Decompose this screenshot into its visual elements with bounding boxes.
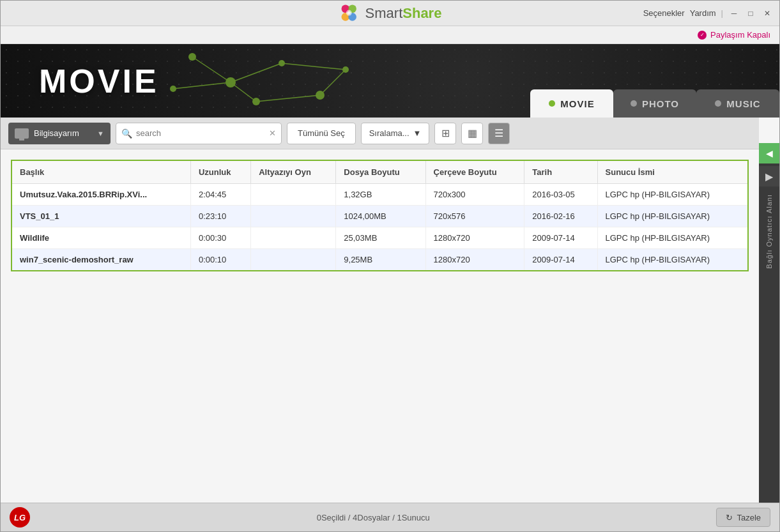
table-cell-uzunluk: 0:23:10	[190, 206, 250, 227]
table-cell-uzunluk: 0:00:30	[190, 227, 250, 249]
sort-arrow-icon: ▼	[413, 128, 422, 138]
svg-line-17	[256, 95, 320, 102]
table-cell-tarih: 2016-03-05	[524, 184, 597, 206]
col-subtitle[interactable]: Altyazıyı Oyn	[251, 160, 336, 184]
app-title: SmartShare	[365, 5, 442, 22]
tab-movie-dot	[549, 100, 555, 107]
app-window: SmartShare Seçenekler Yardım | ─ □ ✕ Pay…	[0, 0, 780, 532]
table-cell-ba-l-k: Wildlife	[11, 227, 190, 249]
play-button[interactable]: ▶	[759, 166, 779, 186]
sharing-dot-icon	[698, 31, 707, 40]
table-cell-tarih: 2016-02-16	[524, 206, 597, 227]
table-cell-altyaz-y--oyn	[251, 184, 336, 206]
col-title[interactable]: Başlık	[11, 160, 190, 184]
view-grid-button[interactable]: ⊞	[434, 123, 456, 144]
header-banner: MOVIE MOVIE PHOTO MUSIC	[1, 44, 779, 118]
table-cell-tarih: 2009-07-14	[524, 249, 597, 271]
tab-movie-label: MOVIE	[560, 98, 594, 109]
table-cell-tarih: 2009-07-14	[524, 227, 597, 249]
minimize-button[interactable]: ─	[728, 8, 740, 19]
tab-music-dot	[715, 100, 721, 107]
tab-bar: MOVIE PHOTO MUSIC	[530, 89, 779, 118]
content-area: Başlık Uzunluk Altyazıyı Oyn Dosya Boyut…	[1, 149, 759, 503]
col-resolution[interactable]: Çerçeve Boyutu	[425, 160, 524, 184]
table-cell-dosya-boyutu: 1024,00MB	[336, 206, 425, 227]
menu-help[interactable]: Yardım	[690, 8, 716, 18]
menu-options[interactable]: Seçenekler	[643, 8, 685, 18]
table-cell--er-eve-boyutu: 1280x720	[425, 249, 524, 271]
list-icon: ☰	[494, 127, 503, 139]
lg-logo-icon: LG	[10, 507, 30, 528]
refresh-label: Tazele	[737, 513, 761, 522]
content-wrapper: Bilgisayarım ▼ 🔍 ✕ Tümünü Seç Sıralama..…	[1, 118, 779, 503]
status-bar: LG 0Seçildi / 4Dosyalar / 1Sunucu ↻ Taze…	[1, 503, 779, 531]
table-cell-altyaz-y--oyn	[251, 249, 336, 271]
svg-line-18	[320, 70, 346, 95]
table-cell--er-eve-boyutu: 720x576	[425, 206, 524, 227]
view-list-button[interactable]: ☰	[488, 123, 510, 144]
svg-line-13	[192, 57, 231, 82]
table-row[interactable]: VTS_01_10:23:101024,00MB720x5762016-02-1…	[11, 206, 748, 227]
table-cell-altyaz-y--oyn	[251, 206, 336, 227]
table-row[interactable]: Wildlife0:00:3025,03MB1280x7202009-07-14…	[11, 227, 748, 249]
dropdown-arrow-icon: ▼	[97, 130, 104, 137]
search-input[interactable]	[136, 128, 265, 138]
table-cell--er-eve-boyutu: 1280x720	[425, 227, 524, 249]
col-duration[interactable]: Uzunluk	[190, 160, 250, 184]
table-cell-dosya-boyutu: 9,25MB	[336, 249, 425, 271]
logo-icon	[339, 2, 362, 25]
banner-row: MOVIE MOVIE PHOTO MUSIC	[1, 44, 779, 118]
select-all-button[interactable]: Tümünü Seç	[287, 123, 356, 144]
source-label: Bilgisayarım	[34, 128, 92, 138]
sharing-bar: Paylaşım Kapalı	[1, 26, 779, 44]
col-date[interactable]: Tarih	[524, 160, 597, 184]
svg-point-4	[346, 10, 351, 15]
table-cell-sunucu-i-smi: LGPC hp (HP-BILGISAYAR)	[597, 227, 748, 249]
table-row[interactable]: win7_scenic-demoshort_raw0:00:109,25MB12…	[11, 249, 748, 271]
sort-button[interactable]: Sıralama... ▼	[361, 123, 430, 144]
search-clear-icon[interactable]: ✕	[269, 128, 276, 138]
sharing-status-text: Paylaşım Kapalı	[710, 30, 770, 40]
tab-photo-dot	[631, 100, 637, 107]
source-selector[interactable]: Bilgisayarım ▼	[8, 123, 111, 144]
file-table: Başlık Uzunluk Altyazıyı Oyn Dosya Boyut…	[11, 160, 749, 271]
table-header-row: Başlık Uzunluk Altyazıyı Oyn Dosya Boyut…	[11, 160, 748, 184]
table-cell-sunucu-i-smi: LGPC hp (HP-BILGISAYAR)	[597, 184, 748, 206]
table-cell-altyaz-y--oyn	[251, 227, 336, 249]
app-logo: SmartShare	[339, 2, 442, 25]
computer-icon	[15, 128, 29, 139]
table-cell-dosya-boyutu: 1,32GB	[336, 184, 425, 206]
file-table-body: Umutsuz.Vaka.2015.BRRip.XVi...2:04:451,3…	[11, 184, 748, 271]
table-cell-uzunluk: 2:04:45	[190, 184, 250, 206]
col-filesize[interactable]: Dosya Boyutu	[336, 160, 425, 184]
search-box: 🔍 ✕	[116, 123, 282, 144]
svg-line-16	[231, 82, 256, 102]
table-cell-uzunluk: 0:00:10	[190, 249, 250, 271]
title-bar-right: Seçenekler Yardım | ─ □ ✕	[441, 8, 773, 19]
tab-photo[interactable]: PHOTO	[613, 89, 696, 118]
table-cell-ba-l-k: Umutsuz.Vaka.2015.BRRip.XVi...	[11, 184, 190, 206]
maximize-button[interactable]: □	[745, 8, 756, 19]
search-icon: 🔍	[121, 128, 132, 139]
table-row[interactable]: Umutsuz.Vaka.2015.BRRip.XVi...2:04:451,3…	[11, 184, 748, 206]
collapse-panel-button[interactable]: ◀	[759, 143, 779, 163]
status-info: 0Seçildi / 4Dosyalar / 1Sunucu	[317, 513, 430, 522]
banner-title: MOVIE	[1, 62, 159, 100]
tab-movie[interactable]: MOVIE	[530, 89, 613, 118]
view-tile-button[interactable]: ▦	[461, 123, 483, 144]
sharing-status: Paylaşım Kapalı	[698, 30, 770, 40]
refresh-button[interactable]: ↻ Tazele	[716, 508, 770, 527]
network-nodes-icon	[154, 44, 358, 118]
sort-label: Sıralama...	[369, 128, 409, 138]
col-server[interactable]: Sunucu İsmi	[597, 160, 748, 184]
close-button[interactable]: ✕	[761, 8, 773, 19]
right-panel: ◀ ▶ Bağlı Oynatıcı Alanı	[759, 143, 779, 503]
table-cell-dosya-boyutu: 25,03MB	[336, 227, 425, 249]
table-cell--er-eve-boyutu: 720x300	[425, 184, 524, 206]
tab-photo-label: PHOTO	[642, 98, 679, 109]
svg-line-12	[173, 82, 231, 89]
tab-music[interactable]: MUSIC	[696, 89, 779, 118]
content-main: Bilgisayarım ▼ 🔍 ✕ Tümünü Seç Sıralama..…	[1, 118, 759, 503]
table-cell-sunucu-i-smi: LGPC hp (HP-BILGISAYAR)	[597, 249, 748, 271]
menu-separator: |	[721, 8, 723, 18]
